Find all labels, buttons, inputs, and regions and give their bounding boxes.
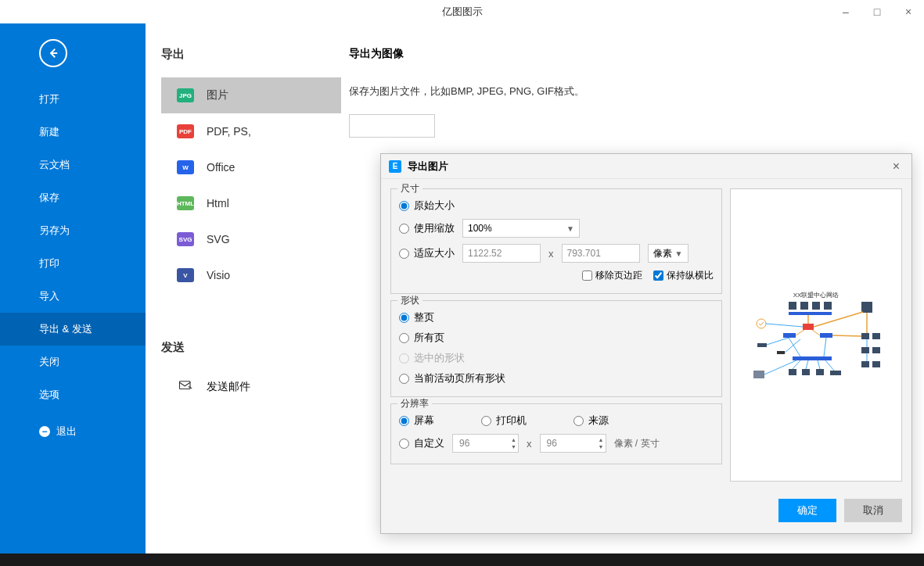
- radio-active-shapes[interactable]: 当前活动页所有形状: [399, 371, 505, 385]
- dialog-title: 导出图片: [408, 159, 889, 174]
- svg-rect-17: [820, 333, 832, 338]
- radio-printer-dpi[interactable]: 打印机: [481, 414, 527, 428]
- taskbar[interactable]: [0, 553, 924, 566]
- dialog-close-button[interactable]: ×: [889, 159, 904, 174]
- sidebar-item-new[interactable]: 新建: [0, 116, 146, 149]
- svg-line-32: [825, 360, 834, 371]
- minimize-button[interactable]: –: [830, 0, 861, 23]
- spinner-down-icon[interactable]: ▼: [599, 443, 604, 450]
- svg-rect-37: [861, 361, 869, 367]
- sidebar-item-exit[interactable]: − 退出: [0, 415, 146, 448]
- svg-rect-26: [802, 369, 810, 375]
- radio-selected-shapes: 选中的形状: [399, 351, 465, 365]
- svg-rect-2: [800, 302, 808, 310]
- preview-panel: XX联盟中心网络: [730, 188, 902, 482]
- svg-line-18: [796, 330, 804, 335]
- mail-icon: [177, 378, 194, 395]
- dialog-footer: 确定 取消: [381, 491, 911, 533]
- sidebar-item-save[interactable]: 保存: [0, 181, 146, 214]
- cancel-button[interactable]: 取消: [844, 499, 902, 522]
- export-preview-box[interactable]: [349, 114, 435, 138]
- close-button[interactable]: ×: [893, 0, 924, 23]
- spinner-up-icon[interactable]: ▲: [511, 436, 516, 443]
- radio-source-dpi[interactable]: 来源: [573, 414, 609, 428]
- preview-image: XX联盟中心网络: [746, 285, 886, 386]
- chevron-down-icon: ▼: [566, 224, 574, 233]
- maximize-button[interactable]: □: [861, 0, 893, 23]
- svg-rect-35: [861, 347, 869, 353]
- spinner-up-icon[interactable]: ▲: [599, 436, 604, 443]
- sidebar-item-options[interactable]: 选项: [0, 378, 146, 411]
- radio-custom-dpi[interactable]: 自定义: [399, 436, 444, 450]
- remove-margin-checkbox[interactable]: 移除页边距: [582, 269, 642, 282]
- height-input[interactable]: [562, 244, 640, 263]
- chevron-down-icon: ▼: [675, 249, 683, 258]
- sidebar: 打开 新建 云文档 保存 另存为 打印 导入 导出 & 发送 关闭 选项 − 退…: [0, 23, 146, 566]
- sidebar-item-close[interactable]: 关闭: [0, 346, 146, 378]
- exit-icon: −: [39, 426, 50, 437]
- radio-original-size[interactable]: 原始大小: [399, 199, 455, 213]
- svg-line-42: [832, 335, 861, 336]
- svg-icon: SVG: [177, 232, 194, 246]
- send-section-title: 发送: [161, 340, 341, 355]
- width-input[interactable]: [462, 244, 541, 263]
- svg-rect-23: [753, 371, 764, 378]
- sidebar-item-export-send[interactable]: 导出 & 发送: [0, 313, 146, 346]
- export-item-office[interactable]: W Office: [161, 149, 341, 185]
- svg-line-22: [824, 338, 826, 356]
- sidebar-item-cloud[interactable]: 云文档: [0, 149, 146, 181]
- dialog-app-icon: E: [389, 160, 401, 173]
- dialog-header[interactable]: E 导出图片 ×: [381, 154, 911, 179]
- export-item-svg[interactable]: SVG SVG: [161, 221, 341, 257]
- size-group: 尺寸 原始大小 使用缩放: [390, 188, 722, 294]
- radio-all-pages[interactable]: 所有页: [399, 331, 444, 345]
- radio-use-scale[interactable]: 使用缩放: [399, 221, 455, 235]
- back-button[interactable]: [39, 39, 67, 67]
- sidebar-item-saveas[interactable]: 另存为: [0, 214, 146, 247]
- detail-title: 导出为图像: [349, 47, 908, 61]
- svg-rect-8: [803, 324, 814, 330]
- sidebar-item-open[interactable]: 打开: [0, 83, 146, 116]
- export-item-pdf[interactable]: PDF PDF, PS,: [161, 113, 341, 149]
- export-list: 导出 JPG 图片 PDF PDF, PS, W Office HTML: [161, 47, 341, 403]
- pdf-icon: PDF: [177, 124, 194, 138]
- keep-ratio-checkbox[interactable]: 保持纵横比: [653, 269, 714, 282]
- resolution-group: 分辨率 屏幕 打印机 来源: [390, 403, 722, 464]
- window-controls: – □ ×: [830, 0, 924, 23]
- svg-rect-1: [789, 302, 796, 310]
- export-item-visio[interactable]: V Visio: [161, 257, 341, 293]
- dpi-y-input[interactable]: 96 ▲▼: [540, 434, 606, 453]
- scale-select[interactable]: 100% ▼: [462, 219, 580, 238]
- radio-screen-dpi[interactable]: 屏幕: [399, 414, 434, 428]
- svg-line-31: [818, 360, 820, 369]
- visio-icon: V: [177, 268, 194, 282]
- sidebar-item-import[interactable]: 导入: [0, 280, 146, 313]
- ok-button[interactable]: 确定: [778, 499, 836, 522]
- svg-line-13: [767, 338, 789, 345]
- svg-point-9: [757, 319, 766, 328]
- app-title: 亿图图示: [442, 5, 483, 19]
- svg-rect-4: [824, 302, 832, 310]
- svg-rect-16: [783, 333, 796, 338]
- export-item-html[interactable]: HTML Html: [161, 185, 341, 221]
- dpi-x-input[interactable]: 96 ▲▼: [452, 434, 519, 453]
- svg-rect-3: [812, 302, 820, 310]
- radio-fit-size[interactable]: 适应大小: [399, 246, 455, 260]
- size-unit-select[interactable]: 像素 ▼: [648, 244, 689, 263]
- svg-line-19: [812, 330, 820, 335]
- radio-whole-page[interactable]: 整页: [399, 310, 434, 324]
- export-item-image[interactable]: JPG 图片: [161, 77, 341, 113]
- html-icon: HTML: [177, 196, 194, 210]
- svg-rect-20: [793, 356, 832, 360]
- svg-rect-5: [861, 302, 872, 313]
- export-image-dialog: E 导出图片 × 尺寸 原始大小: [380, 153, 912, 534]
- dpi-unit-label: 像素 / 英寸: [614, 437, 660, 450]
- shape-group: 形状 整页 所有页: [390, 300, 722, 397]
- svg-rect-14: [777, 351, 785, 354]
- sidebar-item-print[interactable]: 打印: [0, 247, 146, 280]
- svg-rect-25: [789, 369, 796, 375]
- svg-rect-6: [789, 312, 832, 315]
- send-email-item[interactable]: 发送邮件: [161, 371, 341, 403]
- svg-rect-28: [830, 371, 841, 375]
- spinner-down-icon[interactable]: ▼: [511, 443, 516, 450]
